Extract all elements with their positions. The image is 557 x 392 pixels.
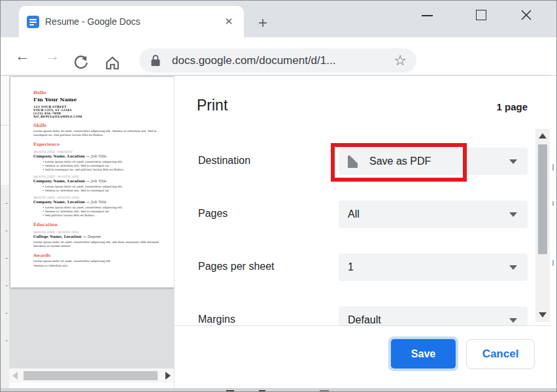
underlying-page-strip-right: [551, 76, 557, 388]
preview-page-content: HelloI'm Your Name123 YOUR STREETYOUR CI…: [10, 77, 175, 268]
home-button[interactable]: [104, 48, 121, 65]
print-settings-panel: Print 1 page Destination Save as PDF Pag…: [175, 76, 551, 388]
minimize-icon: [422, 15, 433, 16]
preview-line: College Name, Location — Degree: [33, 235, 165, 239]
preview-line: MONTH 20XX - MONTH 20XX: [33, 231, 165, 234]
dropdown-arrow-icon: [509, 159, 517, 164]
margins-value: Default: [348, 314, 381, 325]
preview-page: HelloI'm Your Name123 YOUR STREETYOUR CI…: [10, 77, 175, 287]
new-tab-button[interactable]: +: [254, 15, 271, 32]
preview-scroll-area: [9, 368, 174, 388]
scroll-down-arrow-icon[interactable]: [539, 312, 547, 318]
address-bar[interactable]: docs.google.com/document/d/1... ☆: [139, 48, 416, 73]
horizontal-scroll-thumb[interactable]: [24, 371, 158, 380]
destination-value: Save as PDF: [369, 155, 431, 167]
print-preview-pane: HelloI'm Your Name123 YOUR STREETYOUR CI…: [9, 76, 174, 388]
margins-dropdown[interactable]: Default: [339, 306, 528, 325]
pages-per-sheet-dropdown[interactable]: 1: [339, 253, 528, 281]
forward-button: →: [41, 37, 63, 76]
preview-line: Lorem ipsum dolor sit amet, consectetur …: [33, 240, 165, 248]
dropdown-arrow-icon: [509, 212, 517, 217]
destination-label: Destination: [198, 155, 250, 167]
tab-strip: Resume - Google Docs ✕ +: [1, 1, 557, 37]
reload-icon: [73, 54, 90, 71]
preview-line: Education: [33, 222, 165, 227]
preview-line: Aenean ac interdum nisi.: [33, 264, 165, 268]
pages-value: All: [348, 208, 360, 220]
pages-per-sheet-label: Pages per sheet: [198, 261, 275, 272]
preview-line: Skills: [33, 123, 165, 128]
settings-rows: Destination Save as PDF Pages All Pages …: [175, 76, 551, 325]
preview-line: Lorem ipsum dolor sit amet, consectetur …: [33, 129, 165, 137]
underlying-page-strip: [1, 76, 9, 388]
bookmark-star-icon[interactable]: ☆: [392, 52, 409, 69]
reload-button[interactable]: [73, 48, 90, 65]
pdf-document-icon: [348, 155, 358, 168]
scroll-right-arrow-icon[interactable]: [165, 372, 171, 380]
url-text: docs.google.com/document/d/1...: [172, 54, 335, 67]
close-button[interactable]: [520, 8, 533, 22]
lock-icon: [150, 55, 161, 67]
preview-line: MONTH 20XX - MONTH 20XX: [33, 175, 165, 178]
preview-line: Sed pulvinar lacinia felis eu finibus.: [42, 214, 165, 218]
print-dialog: HelloI'm Your Name123 YOUR STREETYOUR CI…: [1, 76, 557, 388]
preview-line: MONTH 20XX - PRESENT: [33, 150, 165, 154]
pages-dropdown[interactable]: All: [339, 201, 528, 228]
pages-per-sheet-value: 1: [348, 261, 354, 273]
destination-dropdown[interactable]: Save as PDF: [339, 148, 528, 175]
preview-line: I'm Your Name: [33, 97, 165, 103]
preview-horizontal-scrollbar[interactable]: [9, 368, 174, 383]
save-button-focus-ring: Save: [388, 336, 458, 371]
vertical-scroll-thumb[interactable]: [538, 144, 547, 254]
preview-line: NO_REPLY@EXAMPLE.COM: [33, 115, 165, 118]
maximize-button[interactable]: [476, 10, 486, 20]
scroll-left-arrow-icon[interactable]: [12, 372, 18, 380]
dialog-footer: Save Cancel: [175, 325, 551, 388]
tab-close-icon[interactable]: ✕: [222, 14, 236, 29]
underlying-page-strip-bottom: [1, 388, 557, 392]
google-docs-favicon-icon: [27, 16, 39, 28]
preview-line: Company Name, Location — Job Title: [33, 200, 165, 204]
tab-title: Resume - Google Docs: [45, 6, 141, 37]
back-button[interactable]: ←: [11, 37, 33, 76]
scroll-up-arrow-icon[interactable]: [539, 133, 547, 139]
cancel-button[interactable]: Cancel: [466, 339, 535, 369]
settings-vertical-scrollbar[interactable]: [535, 129, 550, 322]
dropdown-arrow-icon: [509, 318, 517, 323]
preview-line: Experience: [33, 142, 165, 147]
dropdown-arrow-icon: [509, 265, 517, 270]
browser-toolbar: ← → docs.google.com/document/d/1... ☆ BE…: [1, 37, 557, 76]
preview-line: Company Name, Location — Job Title: [33, 154, 165, 159]
save-button[interactable]: Save: [391, 339, 456, 368]
close-icon: [520, 8, 533, 22]
preview-line: MONTH 20XX - MONTH 20XX: [33, 196, 165, 199]
preview-line: Sed in consequat mi, sed pulvinar lacini…: [42, 168, 165, 172]
preview-line: Company Name, Location — Job Title: [33, 179, 165, 184]
preview-line: Aenean ac interdum nisi. Sed in consequa…: [42, 189, 165, 193]
browser-tab[interactable]: Resume - Google Docs ✕: [19, 6, 244, 37]
preview-line: Lorem ipsum dolor sit amet, consectetur …: [33, 259, 165, 263]
home-icon: [104, 54, 121, 71]
minimize-button[interactable]: [419, 5, 449, 27]
preview-line: Awards: [33, 253, 165, 258]
preview-line: Hello: [33, 90, 165, 95]
margins-label: Margins: [198, 314, 235, 325]
window-controls: [427, 5, 551, 28]
pages-label: Pages: [198, 208, 228, 220]
